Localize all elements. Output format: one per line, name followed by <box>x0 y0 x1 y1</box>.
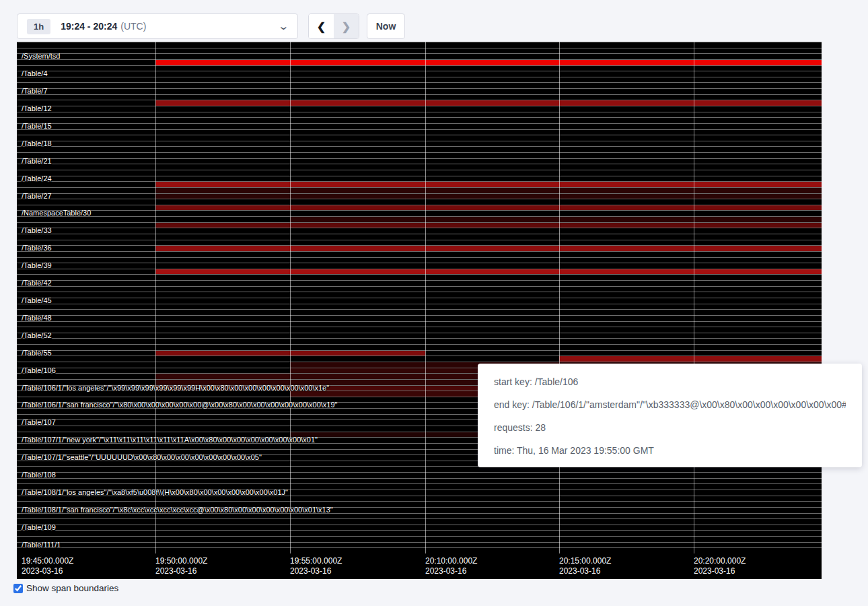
prev-time-button[interactable]: ❮ <box>309 14 334 38</box>
heat-band[interactable] <box>155 205 822 211</box>
heat-band[interactable] <box>155 188 822 193</box>
key-span-label: /Table/107/1/"seattle"/"UUUUUUD\x00\x80\… <box>22 454 262 461</box>
key-span-label: /Table/7 <box>22 88 48 95</box>
key-span-label: /Table/15 <box>22 123 52 130</box>
key-span-label: /Table/108 <box>22 471 56 479</box>
heatmap-rows-layer: /System/tsd/Table/4/Table/7/Table/12/Tab… <box>17 42 822 553</box>
tooltip-time: time: Thu, 16 Mar 2023 19:55:00 GMT <box>494 439 846 462</box>
span-tooltip: start key: /Table/106 end key: /Table/10… <box>478 364 862 467</box>
key-span-label: /Table/106 <box>22 367 56 374</box>
tick-date: 2023-03-16 <box>290 566 342 576</box>
range-text: 19:24 - 20:24 <box>61 21 117 32</box>
tick-time: 19:50:00.000Z <box>155 556 207 566</box>
tick-time: 20:15:00.000Z <box>559 556 611 566</box>
time-range-selector[interactable]: 1h 19:24 - 20:24 (UTC) ⌄ <box>17 13 298 39</box>
tick-time: 20:20:00.000Z <box>694 556 746 566</box>
now-button[interactable]: Now <box>367 13 405 39</box>
span-boundary-line <box>559 42 560 553</box>
key-span-label: /Table/36 <box>22 244 52 252</box>
heat-band[interactable] <box>155 269 822 275</box>
range-timezone: (UTC) <box>120 21 146 32</box>
key-span-label: /Table/111/1 <box>22 541 61 549</box>
key-span-label: /Table/45 <box>22 297 52 304</box>
heat-band[interactable] <box>290 217 822 222</box>
key-span-label: /Table/42 <box>22 279 52 287</box>
span-boundaries-checkbox[interactable] <box>13 584 23 593</box>
tick-date: 2023-03-16 <box>155 566 207 576</box>
x-axis-tick: 19:45:00.000Z2023-03-16 <box>22 556 73 576</box>
heat-band[interactable] <box>155 194 822 199</box>
key-span-label: /Table/21 <box>22 158 52 165</box>
span-boundary-line <box>155 42 156 553</box>
heat-band[interactable] <box>155 246 822 251</box>
key-span-label: /Table/24 <box>22 175 52 182</box>
x-axis-tick: 20:15:00.000Z2023-03-16 <box>559 556 611 576</box>
range-duration-badge: 1h <box>27 19 50 34</box>
heat-band[interactable] <box>155 100 822 106</box>
key-span-label: /Table/52 <box>22 332 52 339</box>
key-span-label: /Table/39 <box>22 262 52 269</box>
tick-time: 19:55:00.000Z <box>290 556 342 566</box>
key-span-label: /Table/18 <box>22 140 52 147</box>
tick-date: 2023-03-16 <box>559 566 611 576</box>
key-span-label: /Table/4 <box>22 70 48 77</box>
tooltip-requests: requests: 28 <box>494 416 846 439</box>
key-span-label: /Table/109 <box>22 524 56 531</box>
tooltip-end-key: end key: /Table/106/1/"amsterdam"/"\xb33… <box>494 393 846 416</box>
key-span-label: /Table/107 <box>22 419 56 426</box>
key-span-label: /Table/108/1/"san francisco"/"\x8c\xcc\x… <box>22 506 333 514</box>
span-boundaries-label: Show span boundaries <box>26 583 118 593</box>
key-span-label: /Table/107/1/"new york"/"\x11\x11\x11\x1… <box>22 436 318 444</box>
next-time-button[interactable]: ❯ <box>334 14 359 38</box>
x-axis-tick: 20:10:00.000Z2023-03-16 <box>425 556 477 576</box>
key-span-label: /System/tsd <box>22 53 60 60</box>
chevron-down-icon: ⌄ <box>278 23 290 30</box>
key-visualizer-canvas[interactable]: /System/tsd/Table/4/Table/7/Table/12/Tab… <box>17 42 822 579</box>
key-span-label: /Table/48 <box>22 314 52 322</box>
key-span-label: /Table/55 <box>22 349 52 357</box>
heat-band[interactable] <box>155 182 822 187</box>
heat-band[interactable] <box>155 223 822 228</box>
tick-time: 19:45:00.000Z <box>22 556 73 566</box>
tick-date: 2023-03-16 <box>425 566 477 576</box>
key-span-label: /Table/12 <box>22 105 52 112</box>
key-span-label: /Table/27 <box>22 193 52 200</box>
x-axis-tick: 19:55:00.000Z2023-03-16 <box>290 556 342 576</box>
tooltip-start-key: start key: /Table/106 <box>494 370 846 393</box>
key-span-label: /NamespaceTable/30 <box>22 209 91 217</box>
heat-band[interactable] <box>559 356 822 362</box>
x-axis-tick: 19:50:00.000Z2023-03-16 <box>155 556 207 576</box>
key-span-label: /Table/106/1/"los angeles"/"\x99\x99\x99… <box>22 384 329 392</box>
key-span-label: /Table/106/1/"san francisco"/"\x80\x00\x… <box>22 401 338 409</box>
x-axis-tick: 20:20:00.000Z2023-03-16 <box>694 556 746 576</box>
span-boundary-line <box>694 42 694 553</box>
key-span-label: /Table/33 <box>22 227 52 234</box>
span-boundary-line <box>290 42 291 553</box>
time-nav-group: ❮ ❯ <box>308 13 359 39</box>
footer-options: Show span boundaries <box>13 583 118 593</box>
span-boundary-line <box>425 42 426 553</box>
heat-band[interactable] <box>155 60 822 65</box>
tick-time: 20:10:00.000Z <box>425 556 477 566</box>
tick-date: 2023-03-16 <box>694 566 746 576</box>
tick-date: 2023-03-16 <box>22 566 73 576</box>
key-span-label: /Table/108/1/"los angeles"/"\xa8\xf5\u00… <box>22 489 288 496</box>
